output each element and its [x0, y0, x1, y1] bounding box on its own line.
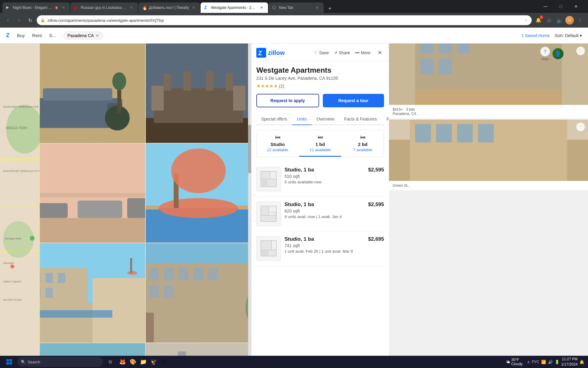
unit-listing-2[interactable]: Studio, 1 ba 620 sqft 4 units avail. now… [256, 197, 384, 231]
stars: ★★★★★ [256, 83, 278, 89]
location-text: Pasadena CA [67, 33, 94, 38]
tab-close-2[interactable]: ✕ [129, 5, 134, 10]
photo-dining-room[interactable] [146, 44, 251, 143]
address-bar[interactable]: 🔒 zillow.com/apartments/pasadena-ca/west… [37, 15, 532, 25]
sort-label: Sort: Default [555, 33, 579, 38]
unit-type-1bd[interactable]: 🛏 1 bd 11 available [299, 130, 341, 157]
taskbar-app-4[interactable]: 🦅 [149, 357, 159, 367]
clock-date: 1/17/2024 [561, 362, 578, 367]
chevron-up-icon[interactable]: ∧ [527, 360, 530, 364]
close-window-button[interactable]: ✕ [569, 0, 583, 13]
tab-title-4: Westgate Apartments - 231 S D... [211, 6, 257, 10]
request-apply-button[interactable]: Request to apply [256, 94, 319, 107]
unit-listing-1[interactable]: Studio, 1 ba 510 sqft 5 units available … [256, 162, 384, 197]
zillow-nav-logo[interactable]: Z [6, 32, 9, 39]
share-action[interactable]: ↗ Share [334, 50, 350, 55]
volume-icon[interactable]: 🔊 [548, 360, 553, 364]
listing-content: Westgate Apartments 231 S De Lacey Ave, … [251, 61, 389, 368]
taskbar-app-2[interactable]: 🎨 [128, 357, 138, 367]
panel-close-button[interactable]: ✕ [375, 48, 384, 57]
location-clear-icon[interactable]: ✕ [96, 33, 99, 38]
unit-listing-3[interactable]: Studio, 1 ba 741 sqft 1 unit avail. Feb … [256, 231, 384, 266]
listing-card-1-heart[interactable]: ♡ [576, 47, 585, 55]
menu-icon[interactable]: ⋮ [576, 16, 584, 25]
svg-rect-26 [43, 88, 112, 101]
battery-icon[interactable]: 🔋 [555, 360, 560, 364]
svg-rect-114 [9, 362, 12, 365]
save-action[interactable]: ♡ Save [314, 50, 329, 55]
svg-point-16 [30, 236, 35, 241]
photo-exterior-1[interactable] [40, 243, 145, 343]
more-action[interactable]: ••• More [355, 50, 371, 55]
nav-sell[interactable]: S... [49, 33, 56, 38]
task-view-button[interactable]: ⧉ [105, 357, 115, 367]
unit-type-studio[interactable]: 🛏 Studio 12 available [257, 130, 299, 157]
notification-icon[interactable]: 🔔 1 [534, 16, 543, 25]
svg-rect-112 [9, 359, 12, 362]
browser-tab-4[interactable]: Z Westgate Apartments - 231 S D... ✕ [201, 2, 268, 13]
taskbar-clock[interactable]: 11:27 PM 1/17/2024 [561, 357, 578, 367]
forward-button[interactable]: › [15, 16, 23, 25]
location-filter[interactable]: Pasadena CA ✕ [63, 32, 103, 40]
photo-living-room[interactable] [40, 44, 145, 143]
tab-policies[interactable]: Policies [382, 113, 389, 125]
svg-rect-107 [415, 124, 431, 142]
browser-tab-3[interactable]: 🔥 Добавить пост | Пикабу ✕ [138, 2, 200, 13]
photo-exterior-2[interactable] [146, 243, 251, 343]
star-bookmark-icon[interactable]: ☆ [524, 18, 528, 23]
user-profile-button[interactable]: 👤 [552, 48, 564, 59]
browser-tab-5[interactable]: ⬡ New Tab ✕ [269, 2, 324, 13]
sort-button[interactable]: Sort: Default ▾ [555, 33, 582, 38]
taskbar-search[interactable]: 🔍 Search [17, 357, 103, 367]
nav-buy[interactable]: Buy [17, 33, 25, 38]
tab-close-1[interactable]: ✕ [61, 5, 66, 10]
tab-close-4[interactable]: ✕ [259, 5, 264, 10]
minimize-button[interactable]: ─ [538, 0, 552, 13]
extensions-icon[interactable]: ⬡ [545, 16, 553, 25]
svg-rect-102 [439, 59, 452, 74]
browser-tab-1[interactable]: ▶ Night Blues - Elegant Blues... 🔇 ✕ [2, 2, 70, 13]
taskbar-app-1[interactable]: 🦊 [118, 357, 127, 367]
taskbar-app-3[interactable]: 📁 [138, 357, 148, 367]
maximize-button[interactable]: □ [554, 0, 568, 13]
wifi-icon[interactable]: 📶 [541, 360, 546, 364]
saved-homes-button[interactable]: 1 Saved Home [522, 33, 550, 38]
map-scrollbar[interactable] [248, 44, 251, 368]
new-tab-button[interactable]: + [326, 4, 334, 13]
tab-facts[interactable]: Facts & Features [339, 113, 382, 125]
tab-special-offers[interactable]: Special offers [256, 113, 292, 125]
cast-icon[interactable]: 📺 [555, 16, 564, 25]
scrollbar-thumb[interactable] [248, 125, 251, 174]
start-button[interactable] [4, 356, 15, 367]
photo-pool-1[interactable] [146, 144, 251, 243]
notifications-icon[interactable]: 🔔 [579, 360, 584, 364]
tab-close-5[interactable]: ✕ [315, 5, 320, 10]
help-button[interactable]: ? Help [540, 47, 550, 61]
unit-type-2bd[interactable]: 🛏 2 bd 7 available [342, 130, 384, 157]
svg-rect-109 [457, 124, 473, 142]
save-label: Save [319, 50, 329, 55]
unit-avail-3: 1 unit avail. Feb 26 | 1 unit avail. Mar… [285, 249, 364, 254]
browser-tab-2[interactable]: ▶ Russian guy in Louisiana - You... ✕ [70, 2, 138, 13]
tab-units[interactable]: Units [292, 113, 312, 125]
taskbar-chrome-icon[interactable]: ⬡ [159, 357, 169, 367]
zillow-logo-text: zillow [268, 49, 285, 56]
svg-rect-101 [420, 59, 434, 74]
photo-grid[interactable] [40, 44, 251, 368]
listing-card-2-heart[interactable]: ♡ [576, 123, 585, 131]
reload-button[interactable]: ↻ [26, 16, 34, 25]
back-button[interactable]: ‹ [4, 16, 12, 25]
svg-rect-85 [262, 181, 267, 185]
keyboard-icon[interactable]: РУС [532, 360, 539, 364]
tab-close-3[interactable]: ✕ [191, 5, 196, 10]
svg-text:Adams Square: Adams Square [3, 280, 21, 283]
photo-gym[interactable] [40, 144, 145, 243]
tab-overview[interactable]: Overview [311, 113, 339, 125]
request-tour-button[interactable]: Request a tour [323, 94, 384, 107]
zillow-logo[interactable]: Z zillow [256, 48, 285, 58]
address-text: zillow.com/apartments/pasadena-ca/westga… [47, 18, 522, 23]
nav-rent[interactable]: Rent [32, 33, 42, 38]
user-avatar[interactable]: U [565, 16, 574, 25]
profile-icon[interactable]: U [565, 16, 574, 25]
zillow-logo-icon: Z [256, 48, 266, 58]
